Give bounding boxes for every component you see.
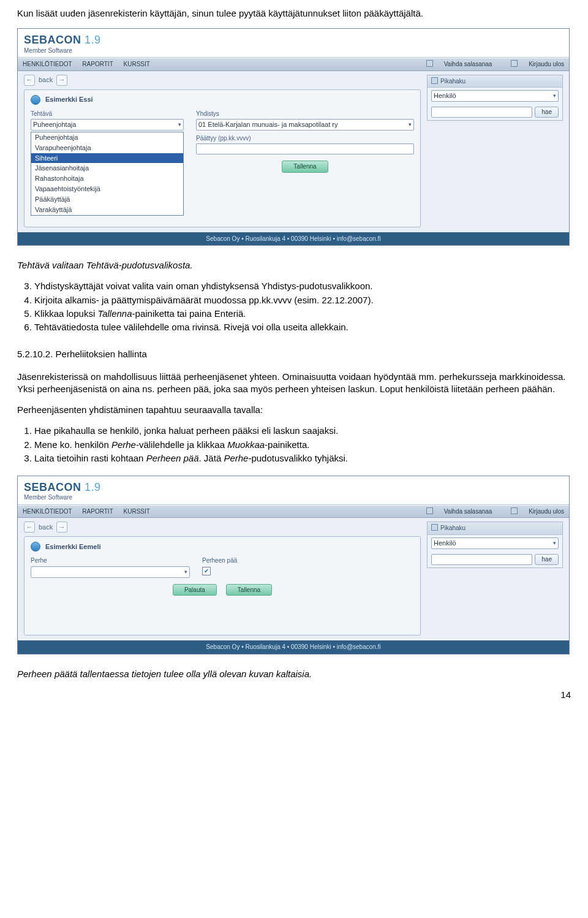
list-item: Tehtävätiedosta tulee välilehdelle oma r… [34,321,571,333]
logo-text: SEBACON [24,481,81,493]
list-item: Hae pikahaulla se henkilö, jonka haluat … [34,425,571,437]
numbered-list-2: Hae pikahaulla se henkilö, jonka haluat … [17,425,571,465]
caption-ss2: Perheen päätä tallentaessa tietojen tule… [17,668,571,680]
dropdown-option[interactable]: Jäsenasianhoitaja [31,163,183,173]
save-button[interactable]: Tallenna [226,584,272,596]
logo-text: SEBACON [24,34,81,46]
nav-item[interactable]: RAPORTIT [82,61,113,67]
chevron-down-icon: ▾ [409,121,412,128]
field-label-perheenpaa: Perheen pää [202,556,414,565]
tehtava-select[interactable]: Puheenjohtaja ▾ [31,119,184,131]
numbered-list-1: Yhdistyskäyttäjät voivat valita vain oma… [17,280,571,333]
logo-subtitle: Member Software [24,47,563,55]
nav-item[interactable]: HENKILÖTIEDOT [23,508,72,515]
square-icon [426,507,433,514]
quicksearch-type-value: Henkilö [434,539,456,548]
square-icon [431,77,438,84]
tehtava-value: Puheenjohtaja [33,120,76,129]
app-footer: Sebacon Oy • Ruosilankuja 4 • 00390 Hels… [18,232,569,246]
dropdown-option[interactable]: Rahastonhoitaja [31,173,183,184]
caption-ss1: Tehtävä valitaan Tehtävä-pudotusvalikost… [17,259,571,271]
field-label-paattyy: Päättyy (pp.kk.vvvv) [196,134,414,143]
list-item: Mene ko. henkilön Perhe-välilehdelle ja … [34,439,571,451]
nav-item[interactable]: HENKILÖTIEDOT [23,61,72,67]
back-label: back [39,75,53,85]
list-item: Laita tietoihin rasti kohtaan Perheen pä… [34,452,571,465]
person-name: Esimerkki Eemeli [45,542,101,552]
logo-version: 1.9 [85,481,101,493]
reset-button[interactable]: Palauta [173,584,217,596]
dropdown-option[interactable]: Pääkäyttäjä [31,194,183,205]
chevron-down-icon: ▾ [184,568,187,575]
perheenpaa-checkbox[interactable]: ✔ [202,567,211,575]
tehtava-dropdown-list[interactable]: Puheenjohtaja Varapuheenjohtaja Sihteeri… [31,132,184,216]
main-nav: HENKILÖTIEDOT RAPORTIT KURSSIT Vaihda sa… [18,58,569,71]
nav-change-pw[interactable]: Vaihda salasanaa [418,508,492,515]
person-panel: Esimerkki Essi Tehtävä Puheenjohtaja ▾ P… [24,89,421,227]
yhdistys-select[interactable]: 01 Etelä-Karjalan munuais- ja maksapotil… [196,119,414,131]
logo-subtitle: Member Software [24,493,563,502]
field-label-perhe: Perhe [31,556,190,565]
nav-item[interactable]: KURSSIT [124,61,150,67]
nav-change-pw[interactable]: Vaihda salasanaa [418,61,492,67]
square-icon [431,524,438,531]
chevron-down-icon: ▾ [553,92,556,99]
section-heading: 5.2.10.2. Perheliitoksien hallinta [17,348,571,360]
screenshot-perhe: SEBACON 1.9 Member Software HENKILÖTIEDO… [17,476,570,654]
square-icon [511,60,518,67]
field-label-tehtava: Tehtävä [31,110,184,118]
square-icon [426,60,433,67]
quicksearch-panel: Pikahaku Henkilö ▾ hae [427,75,563,121]
save-button[interactable]: Tallenna [282,161,328,173]
quicksearch-type-select[interactable]: Henkilö ▾ [431,90,559,102]
list-item: Yhdistyskäyttäjät voivat valita vain oma… [34,280,571,292]
dropdown-option[interactable]: Puheenjohtaja [31,132,183,143]
nav-item[interactable]: RAPORTIT [82,508,113,515]
list-item: Klikkaa lopuksi Tallenna-painiketta tai … [34,308,571,320]
dropdown-option[interactable]: Varakäyttäjä [31,205,183,215]
quicksearch-panel: Pikahaku Henkilö ▾ hae [427,522,563,567]
main-nav: HENKILÖTIEDOT RAPORTIT KURSSIT Vaihda sa… [18,505,569,518]
back-control[interactable]: ← back → [24,522,421,533]
app-footer: Sebacon Oy • Ruosilankuja 4 • 00390 Hels… [18,640,569,654]
brand-bar: SEBACON 1.9 Member Software [18,476,569,505]
family-paragraph: Jäsenrekisterissä on mahdollisuus liittä… [17,371,571,396]
arrow-left-icon[interactable]: ← [24,522,35,533]
search-button[interactable]: hae [535,107,559,118]
perhe-value [33,567,35,577]
screenshot-tehtava: SEBACON 1.9 Member Software HENKILÖTIEDO… [17,28,570,246]
perhe-select[interactable]: ▾ [31,566,190,578]
page-number: 14 [17,689,571,701]
arrow-right-icon[interactable]: → [56,522,67,533]
back-label: back [39,523,53,532]
logo-version: 1.9 [85,34,101,46]
logo: SEBACON 1.9 [24,32,563,47]
person-name: Esimerkki Essi [45,95,93,104]
quicksearch-type-value: Henkilö [434,91,456,101]
nav-logout[interactable]: Kirjaudu ulos [502,508,564,515]
nav-item[interactable]: KURSSIT [124,508,150,515]
chevron-down-icon: ▾ [178,121,181,128]
back-control[interactable]: ← back → [24,75,421,86]
field-label-yhdistys: Yhdistys [196,110,414,118]
search-button[interactable]: hae [535,554,559,565]
dropdown-option[interactable]: Vapaaehtoistyöntekijä [31,184,183,194]
arrow-right-icon[interactable]: → [56,75,67,86]
paattyy-input[interactable] [196,143,414,154]
yhdistys-value: 01 Etelä-Karjalan munuais- ja maksapotil… [198,120,337,129]
nav-logout[interactable]: Kirjaudu ulos [502,61,564,67]
chevron-down-icon: ▾ [553,539,556,547]
quicksearch-input[interactable] [431,107,532,118]
steps-intro: Perheenjäsenten yhdistäminen tapahtuu se… [17,404,571,416]
dropdown-option-selected[interactable]: Sihteeri [31,153,183,164]
logo: SEBACON 1.9 [24,480,563,495]
person-panel: Esimerkki Eemeli Perhe ▾ Perheen pää ✔ [24,536,421,635]
quicksearch-type-select[interactable]: Henkilö ▾ [431,537,559,549]
quicksearch-title: Pikahaku [440,78,466,85]
brand-bar: SEBACON 1.9 Member Software [18,29,569,58]
arrow-left-icon[interactable]: ← [24,75,35,86]
dropdown-option[interactable]: Varapuheenjohtaja [31,143,183,153]
square-icon [511,507,518,514]
quicksearch-input[interactable] [431,554,532,565]
list-item: Kirjoita alkamis- ja päättymispäivämäärä… [34,294,571,306]
